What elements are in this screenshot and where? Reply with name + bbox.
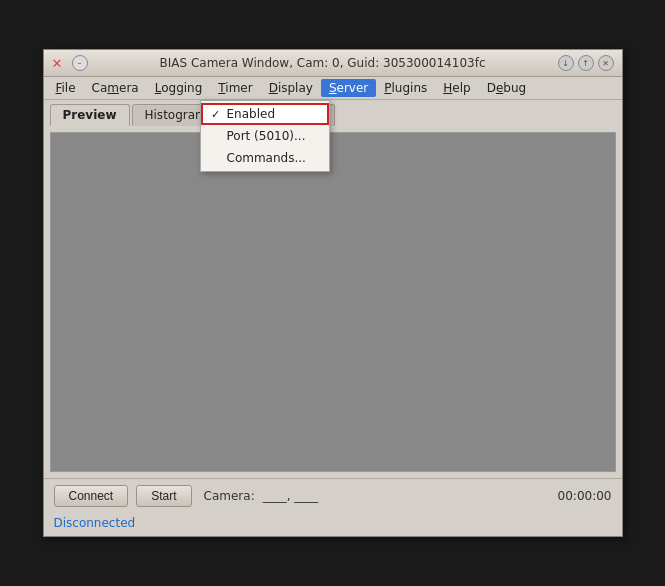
content-area [44,126,622,478]
close-button[interactable]: ✕ [598,55,614,71]
status-bar: Disconnected [44,513,622,536]
menu-logging[interactable]: Logging [147,79,211,97]
title-bar-left: ✕ – [52,55,88,71]
minimize-icon: – [78,59,82,68]
main-window: ✕ – BIAS Camera Window, Cam: 0, Guid: 30… [43,49,623,537]
close-icon: ✕ [602,59,609,68]
shade-icon: ↓ [562,59,569,68]
tab-preview[interactable]: Preview [50,104,130,126]
start-button[interactable]: Start [136,485,191,507]
status-text: Disconnected [54,516,136,530]
tabs: Preview Histogram Plugin Preview [44,100,622,126]
menu-plugins[interactable]: Plugins [376,79,435,97]
server-commands-label: Commands... [227,151,306,165]
server-port-item[interactable]: Port (5010)... [201,125,329,147]
timer-display: 00:00:00 [558,489,612,503]
menu-help[interactable]: Help [435,79,478,97]
server-commands-item[interactable]: Commands... [201,147,329,169]
camera-values: ____, ____ [263,489,319,503]
bottom-bar: Connect Start Camera: ____, ____ 00:00:0… [44,478,622,513]
menu-timer[interactable]: Timer [210,79,260,97]
title-bar: ✕ – BIAS Camera Window, Cam: 0, Guid: 30… [44,50,622,77]
maximize-button[interactable]: ↑ [578,55,594,71]
server-port-label: Port (5010)... [227,129,306,143]
server-enabled-label: Enabled [227,107,276,121]
server-dropdown-menu: ✓ Enabled Port (5010)... Commands... [200,100,330,172]
server-enabled-item[interactable]: ✓ Enabled [201,103,329,125]
title-bar-controls: ↓ ↑ ✕ [558,55,614,71]
window-icon: ✕ [52,56,66,70]
preview-canvas [50,132,616,472]
menu-camera[interactable]: Camera [84,79,147,97]
menubar: File Camera Logging Timer Display Server… [44,77,622,100]
menu-server[interactable]: Server [321,79,376,97]
title-bar-center: BIAS Camera Window, Cam: 0, Guid: 305300… [88,56,558,70]
connect-button[interactable]: Connect [54,485,129,507]
shade-button[interactable]: ↓ [558,55,574,71]
minimize-button[interactable]: – [72,55,88,71]
camera-label: Camera: [204,489,255,503]
menu-debug[interactable]: Debug [479,79,534,97]
window-title: BIAS Camera Window, Cam: 0, Guid: 305300… [160,56,486,70]
menu-display[interactable]: Display [261,79,321,97]
menu-file[interactable]: File [48,79,84,97]
check-icon: ✓ [209,108,223,121]
maximize-icon: ↑ [582,59,589,68]
